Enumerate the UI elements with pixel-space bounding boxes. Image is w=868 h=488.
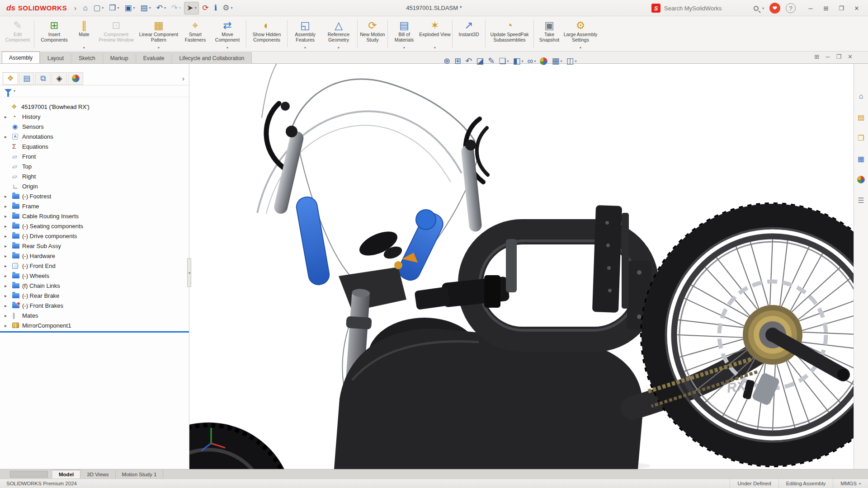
dropdown-icon[interactable]: ▾ — [859, 482, 861, 486]
tree-item-drive-components[interactable]: ▸(-) Drive components — [0, 231, 189, 241]
tree-item-sensors[interactable]: ◉Sensors — [0, 122, 189, 131]
new-file-button[interactable]: ▢▾ — [91, 2, 106, 14]
graphics-area[interactable]: RX — [189, 64, 854, 469]
dropdown-icon[interactable]: ▾ — [403, 46, 405, 50]
print-button[interactable]: ▤▾ — [138, 2, 153, 14]
tree-item-cable-routing-inserts[interactable]: ▸Cable Routing Inserts — [0, 211, 189, 221]
tab-assembly[interactable]: Assembly — [2, 52, 40, 63]
dropdown-icon[interactable]: ▾ — [179, 6, 181, 10]
dropdown-icon[interactable]: ▾ — [534, 59, 536, 63]
tree-item-rear-sub-assy[interactable]: ▸Rear Sub Assy — [0, 241, 189, 251]
dropdown-icon[interactable]: ▾ — [164, 6, 166, 10]
insert-components-button[interactable]: ⊞Insert Components — [36, 18, 73, 50]
user-login-icon[interactable]: ❤ — [769, 3, 780, 14]
search-input[interactable] — [664, 5, 750, 12]
open-folder-button[interactable]: ❒▾ — [107, 2, 121, 14]
select-arrow-button[interactable]: ➤▾ — [184, 2, 199, 14]
take-snapshot-button[interactable]: ▣Take Snapshot — [535, 18, 563, 50]
tab-scroll-area[interactable] — [10, 471, 48, 478]
expand-arrow-icon[interactable]: ▸ — [5, 234, 12, 239]
tab-motion-study-1[interactable]: Motion Study 1 — [116, 470, 164, 479]
expand-arrow-icon[interactable]: ▸ — [5, 134, 12, 139]
expand-arrow-icon[interactable]: ▸ — [5, 313, 12, 318]
minimize-icon[interactable]: ─ — [804, 2, 817, 14]
tree-item-front[interactable]: ▱Front — [0, 151, 189, 161]
tree-item-right[interactable]: ▱Right — [0, 171, 189, 181]
tab-lifecycle-and-collaboration[interactable]: Lifecycle and Collaboration — [172, 52, 251, 63]
doc-restore-icon[interactable]: ❐ — [836, 53, 841, 60]
tree-item-mates[interactable]: ▸∥Mates — [0, 310, 189, 320]
show-hidden-button[interactable]: ◐Show Hidden Components — [248, 18, 286, 50]
display-style-button[interactable]: ◧▾ — [512, 55, 525, 67]
panel-splitter-handle[interactable]: ◂ — [187, 258, 191, 287]
dropdown-icon[interactable]: ▾ — [522, 59, 524, 63]
assembly-features-button[interactable]: ◱Assembly Features▾ — [289, 18, 321, 50]
view-palette-tab[interactable]: ▦ — [856, 153, 867, 164]
file-explorer-tab[interactable]: ❒ — [856, 132, 867, 143]
expand-arrow-icon[interactable]: ▸ — [5, 244, 12, 249]
appearances-scenes-tab[interactable] — [856, 174, 867, 185]
tree-item-seating-components[interactable]: ▸(-) Seating components — [0, 221, 189, 231]
exploded-view-button[interactable]: ✶Exploded View▾ — [419, 18, 451, 50]
configurationmanager-tab[interactable]: ⧉ — [35, 72, 51, 85]
doc-minimize-icon[interactable]: ─ — [826, 53, 830, 60]
dropdown-icon[interactable]: ▾ — [434, 46, 436, 50]
large-assembly-settings-button[interactable]: ⚙Large Assembly Settings▾ — [563, 18, 598, 50]
tab-3d-views[interactable]: 3D Views — [80, 470, 115, 479]
tree-item-annotations[interactable]: ▸AAnnotations — [0, 131, 189, 141]
restore-icon[interactable]: ⊞ — [819, 2, 833, 14]
dropdown-icon[interactable]: ▾ — [83, 46, 85, 50]
expand-arrow-icon[interactable]: ▸ — [5, 263, 12, 268]
dropdown-icon[interactable]: ▾ — [560, 59, 562, 63]
tree-item-hardware[interactable]: ▸(-) Hardware — [0, 251, 189, 261]
zoom-to-fit-button[interactable]: ⊕ — [442, 55, 452, 67]
update-speedpak-button[interactable]: ◔Update SpeedPak Subassemblies — [487, 18, 532, 50]
help-icon[interactable]: ? — [786, 3, 796, 13]
dropdown-icon[interactable]: ▾ — [338, 46, 340, 50]
status-mmgs[interactable]: MMGS▾ — [833, 479, 868, 488]
motion-study-button[interactable]: ⟳New Motion Study — [359, 18, 386, 50]
doc-close-icon[interactable]: ✕ — [848, 53, 853, 60]
tree-selection-bar[interactable] — [0, 331, 189, 333]
search-dropdown-icon[interactable]: ▾ — [762, 6, 764, 10]
previous-view-button[interactable]: ↶ — [464, 55, 473, 67]
menu-expand-chevron-icon[interactable]: › — [74, 5, 76, 12]
options-gear-button[interactable]: ⚙▾ — [220, 2, 235, 14]
expand-arrow-icon[interactable]: ▸ — [5, 204, 12, 209]
apply-scene-button[interactable]: ▦▾ — [550, 55, 563, 67]
dropdown-icon[interactable]: ▾ — [133, 6, 135, 10]
expand-arrow-icon[interactable]: ▸ — [5, 283, 12, 288]
view-orientation-button[interactable]: ❏▾ — [497, 55, 510, 67]
tree-item-45197001-bowhead-rx[interactable]: ❖45197001 ('Bowhead RX') — [0, 102, 189, 112]
dropdown-icon[interactable]: ▾ — [158, 46, 160, 50]
tree-item-rear-brake[interactable]: ▸(-) Rear Brake — [0, 291, 189, 300]
section-view-button[interactable]: ◪ — [475, 55, 485, 67]
linear-pattern-button[interactable]: ▦Linear Component Pattern▾ — [137, 18, 180, 50]
dropdown-icon[interactable]: ▾ — [575, 59, 576, 63]
tree-item-f-chain-links[interactable]: ▸(f) Chain Links — [0, 281, 189, 291]
tree-item-top[interactable]: ▱Top — [0, 161, 189, 171]
displaymanager-tab[interactable] — [68, 72, 83, 85]
dropdown-icon[interactable]: ▾ — [304, 46, 306, 50]
tree-item-front-brakes[interactable]: ▸(-) Front Brakes — [0, 300, 189, 310]
dynamic-annotation-views-button[interactable]: ✎ — [486, 55, 496, 67]
expand-arrow-icon[interactable]: ▸ — [5, 253, 12, 258]
home-button[interactable]: ⌂ — [81, 2, 90, 14]
tree-item-frame[interactable]: ▸Frame — [0, 201, 189, 211]
design-library-tab[interactable]: ▤ — [856, 112, 867, 122]
dropdown-icon[interactable]: ▾ — [194, 6, 196, 10]
panel-expand-chevron-icon[interactable]: › — [182, 75, 184, 82]
tab-model[interactable]: Model — [52, 470, 80, 479]
tab-evaluate[interactable]: Evaluate — [136, 52, 172, 63]
expand-arrow-icon[interactable]: ▸ — [5, 224, 12, 229]
dimxpertmanager-tab[interactable]: ◈ — [52, 72, 67, 85]
tree-item-footrest[interactable]: ▸(-) Footrest — [0, 191, 189, 201]
expand-arrow-icon[interactable]: ▸ — [5, 323, 12, 328]
view-settings-button[interactable]: ◫▾ — [565, 55, 578, 67]
dropdown-icon[interactable]: ▾ — [102, 6, 104, 10]
tree-item-equations[interactable]: ΣEquations — [0, 141, 189, 151]
reference-geometry-button[interactable]: △Reference Geometry▾ — [321, 18, 356, 50]
instant3d-button[interactable]: ↗Instant3D — [454, 18, 484, 50]
custom-properties-tab[interactable]: ☰ — [856, 195, 867, 206]
expand-arrow-icon[interactable]: ▸ — [5, 293, 12, 298]
